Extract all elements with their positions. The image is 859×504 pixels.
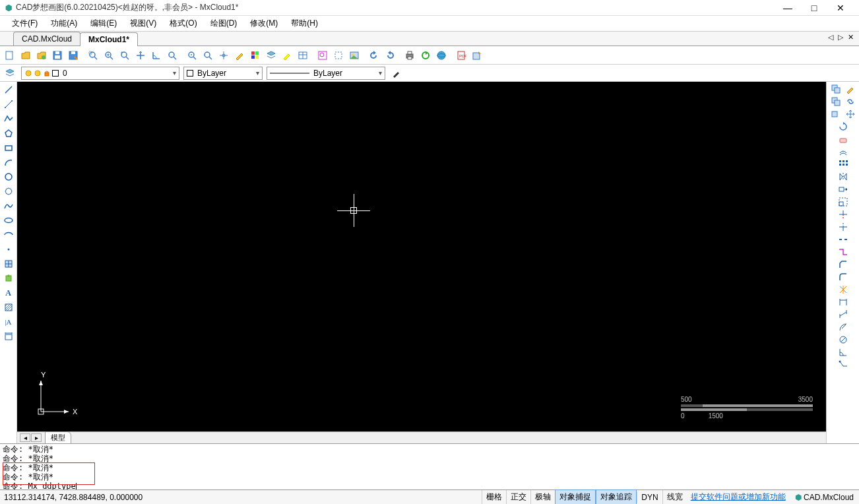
text-icon[interactable]: A [1,286,16,299]
lineweight-icon[interactable] [389,66,404,80]
toggle-ortho[interactable]: 正交 [506,490,530,504]
pan-icon[interactable] [133,48,148,63]
layers-icon[interactable] [264,48,278,63]
stretch-icon[interactable] [836,183,850,195]
xline-icon[interactable] [1,98,16,111]
dimension-icon[interactable] [1,330,16,343]
spline-icon[interactable] [1,199,16,212]
chamfer-icon[interactable] [836,259,850,270]
select-icon[interactable] [331,48,346,63]
image-icon[interactable] [347,48,362,63]
link-icon[interactable] [844,96,857,108]
offset-icon[interactable] [836,146,850,158]
toggle-osnap[interactable]: 对象捕捉 [555,489,596,504]
properties-icon[interactable] [844,83,857,95]
feedback-link[interactable]: 提交软件问题或增加新功能 [687,491,790,503]
menu-function[interactable]: 功能(A) [44,16,84,30]
new-icon[interactable] [3,48,17,63]
linetype-selector[interactable]: ByLayer ▾ [267,67,385,80]
find-icon[interactable] [315,48,330,63]
tab-mxcloud1[interactable]: MxCloud1* [80,32,138,46]
menu-view[interactable]: 视图(V) [123,16,163,30]
mirror-icon[interactable] [836,171,850,183]
rectangle-icon[interactable] [1,141,16,154]
toggle-polar[interactable]: 极轴 [530,490,555,504]
globe-icon[interactable] [434,48,449,63]
join-icon[interactable] [836,246,850,258]
print-icon[interactable] [402,48,417,63]
menu-help[interactable]: 帮助(H) [284,16,325,30]
drawing-canvas[interactable]: Y X 5003500 0150 [17,82,826,431]
move-tool-icon[interactable] [844,108,857,120]
toggle-dyn[interactable]: DYN [637,491,662,503]
close-button[interactable]: ✕ [827,3,854,13]
diameter-dim-icon[interactable] [836,334,850,346]
open-icon[interactable] [18,48,33,63]
menu-modify[interactable]: 修改(M) [243,16,284,30]
zoom-center-icon[interactable] [185,48,199,63]
aligned-dim-icon[interactable] [836,309,850,321]
zoom-extents-icon[interactable] [117,48,132,63]
array-icon[interactable] [836,158,850,170]
redo-icon[interactable] [383,48,397,63]
polygon-icon[interactable] [1,127,16,140]
menu-edit[interactable]: 编辑(E) [84,16,123,30]
toggle-otrack[interactable]: 对象追踪 [596,489,637,504]
scroll-left-icon[interactable]: ◂ [20,433,30,442]
color-icon[interactable] [248,48,263,63]
polyline-icon[interactable] [1,112,16,125]
measure-dist-icon[interactable] [165,48,179,63]
command-window[interactable]: 命令: *取消* 命令: *取消* 命令: *取消* 命令: *取消* 命令: … [0,443,859,489]
angular-dim-icon[interactable] [836,346,850,358]
erase-icon[interactable] [836,133,850,145]
scroll-right-icon[interactable]: ▸ [31,433,42,442]
move-icon[interactable] [216,48,231,63]
point-icon[interactable] [1,243,16,256]
tab-controls[interactable]: ◁ ▷ ✕ [828,33,855,42]
open-cloud-icon[interactable] [34,48,49,63]
scale-icon[interactable] [836,196,850,208]
menu-draw[interactable]: 绘图(D) [204,16,244,30]
maximize-button[interactable]: □ [801,3,827,13]
copy-icon[interactable] [829,83,843,95]
refresh-icon[interactable] [418,48,433,63]
ellipse-arc-icon[interactable] [1,228,16,241]
linear-dim-icon[interactable] [836,296,850,308]
model-tab[interactable]: 模型 [45,431,71,444]
layer-manager-icon[interactable] [3,66,17,80]
toggle-lineweight[interactable]: 线宽 [662,490,687,504]
measure-angle-icon[interactable] [149,48,164,63]
hatch-icon[interactable] [1,301,16,314]
table-icon[interactable] [296,48,310,63]
ellipse-icon[interactable] [1,214,16,227]
trim-icon[interactable] [836,208,850,220]
toggle-grid[interactable]: 栅格 [482,490,506,504]
rotate-icon[interactable] [836,121,850,133]
radius-dim-icon[interactable] [836,321,850,333]
highlight-icon[interactable] [280,48,294,63]
menu-file[interactable]: 文件(F) [5,16,44,30]
minimize-button[interactable]: — [775,3,801,13]
circle-icon[interactable] [1,170,16,183]
pdf-icon[interactable]: PDF [454,48,468,63]
zoom-in-icon[interactable] [102,48,116,63]
extend-icon[interactable] [836,221,850,233]
line-icon[interactable] [1,83,16,96]
mtext-icon[interactable]: |A [1,315,16,329]
layer-selector[interactable]: 0 ▾ [21,67,179,80]
cmd-input-line[interactable]: 命令: Mx_ddptype [3,482,856,489]
revision-cloud-icon[interactable] [1,185,16,198]
undo-icon[interactable] [367,48,381,63]
fillet-icon[interactable] [836,271,850,283]
export-icon[interactable] [470,48,484,63]
zoom-realtime-icon[interactable] [201,48,215,63]
cut-icon[interactable] [829,108,843,120]
zoom-window-icon[interactable] [86,48,100,63]
color-selector[interactable]: ByLayer ▾ [183,67,263,80]
arc-icon[interactable] [1,156,16,169]
menu-format[interactable]: 格式(O) [163,16,203,30]
insert-icon[interactable] [1,272,16,285]
explode-icon[interactable] [836,284,850,296]
paste-icon[interactable] [829,96,843,108]
tab-cad-mxcloud[interactable]: CAD.MxCloud [13,32,80,46]
